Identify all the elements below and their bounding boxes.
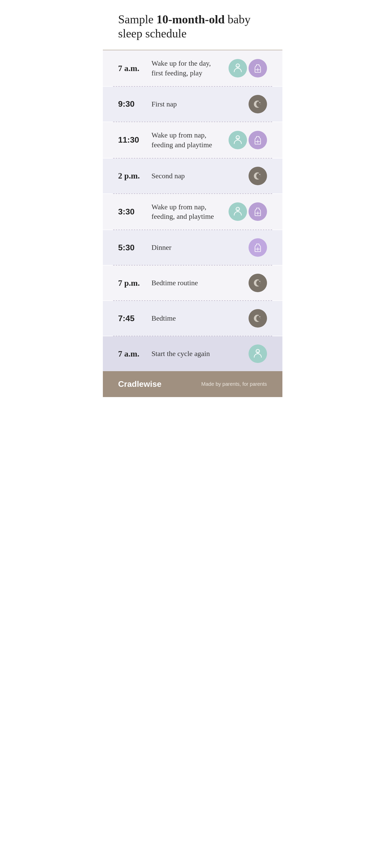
svg-point-23 (259, 281, 260, 282)
svg-point-17 (237, 209, 237, 209)
baby-icon (249, 344, 267, 363)
schedule-row: 7 a.m.Wake up for the day, first feeding… (103, 50, 282, 86)
svg-point-26 (259, 316, 260, 317)
svg-point-18 (238, 209, 239, 209)
footer-tagline: Made by parents, for parents (201, 381, 267, 387)
schedule-row: 7 a.m.Start the cycle again (103, 336, 282, 371)
icon-group (228, 203, 267, 221)
icon-group (249, 167, 267, 185)
time-label: 5:30 (118, 243, 152, 252)
activity-label: Wake up from nap, feeding, and playtime (152, 202, 228, 222)
bottle-icon (249, 238, 267, 257)
svg-point-13 (259, 174, 260, 175)
time-label: 2 p.m. (118, 171, 152, 181)
svg-point-28 (260, 318, 261, 318)
baby-icon (228, 203, 247, 221)
activity-label: Bedtime (152, 313, 249, 323)
schedule-container: 7 a.m.Wake up for the day, first feeding… (103, 50, 282, 371)
icon-group (228, 131, 267, 149)
svg-point-2 (238, 65, 239, 66)
svg-point-27 (258, 315, 259, 316)
footer: Cradlewise Made by parents, for parents (103, 371, 282, 397)
baby-icon (228, 59, 247, 78)
svg-point-6 (258, 101, 259, 102)
svg-point-7 (260, 104, 261, 104)
activity-label: First nap (152, 99, 249, 109)
header: Sample 10-month-old baby sleep schedule (103, 0, 282, 50)
activity-label: Wake up for the day, first feeding, play (152, 59, 228, 78)
moon-icon (249, 309, 267, 328)
time-label: 9:30 (118, 99, 152, 109)
page-title: Sample 10-month-old baby sleep schedule (118, 12, 267, 40)
time-label: 7 a.m. (118, 64, 152, 73)
icon-group (249, 238, 267, 257)
activity-label: Wake up from nap, feeding and playtime (152, 130, 228, 150)
moon-icon (249, 167, 267, 185)
svg-point-1 (237, 65, 237, 66)
baby-icon (228, 131, 247, 149)
svg-point-25 (260, 283, 261, 283)
icon-group (249, 95, 267, 113)
schedule-row: 5:30Dinner (103, 230, 282, 265)
schedule-row: 3:30Wake up from nap, feeding, and playt… (103, 194, 282, 230)
time-label: 7:45 (118, 314, 152, 323)
svg-point-10 (238, 137, 239, 137)
schedule-row: 11:30Wake up from nap, feeding and playt… (103, 122, 282, 158)
schedule-row: 7:45Bedtime (103, 301, 282, 336)
time-label: 7 p.m. (118, 278, 152, 288)
schedule-row: 9:30First nap (103, 87, 282, 122)
activity-label: Dinner (152, 243, 249, 252)
svg-point-30 (257, 351, 257, 351)
icon-group (228, 59, 267, 78)
svg-point-9 (237, 137, 237, 137)
activity-label: Bedtime routine (152, 278, 249, 288)
svg-point-24 (258, 280, 259, 281)
bottle-icon (249, 59, 267, 78)
moon-icon (249, 274, 267, 292)
schedule-row: 7 p.m.Bedtime routine (103, 266, 282, 300)
svg-point-5 (259, 102, 260, 103)
moon-icon (249, 95, 267, 113)
bottle-icon (249, 131, 267, 149)
icon-group (249, 274, 267, 292)
brand-name: Cradlewise (118, 379, 162, 389)
icon-group (249, 344, 267, 363)
svg-point-14 (258, 173, 259, 174)
svg-point-31 (258, 351, 259, 351)
time-label: 7 a.m. (118, 349, 152, 359)
svg-point-15 (260, 176, 261, 176)
activity-label: Start the cycle again (152, 349, 249, 359)
icon-group (249, 309, 267, 328)
bottle-icon (249, 203, 267, 221)
schedule-row: 2 p.m.Second nap (103, 158, 282, 193)
time-label: 11:30 (118, 135, 152, 145)
activity-label: Second nap (152, 171, 249, 181)
time-label: 3:30 (118, 207, 152, 216)
